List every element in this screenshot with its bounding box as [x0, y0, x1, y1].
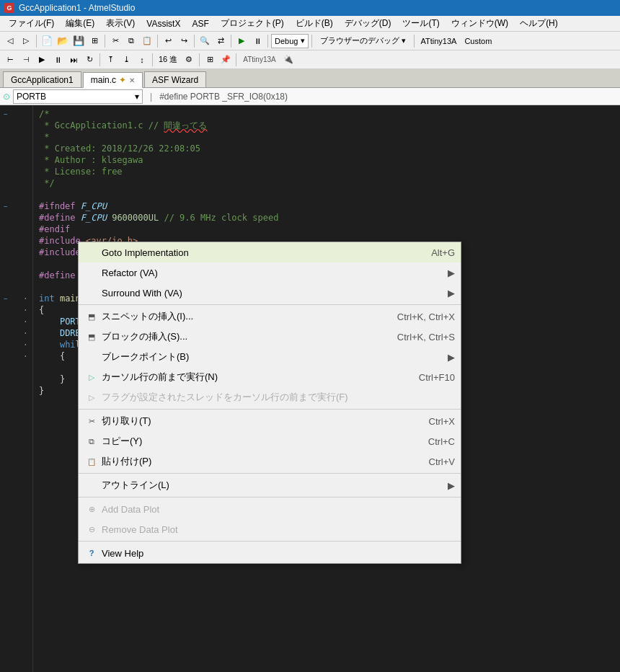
cm-surround-with[interactable]: Surround With (VA) ▶ — [79, 283, 461, 303]
cm-view-help[interactable]: ? View Help — [79, 543, 461, 563]
tab-main-c[interactable]: main.c ✦ ✕ — [83, 72, 143, 88]
tb2-btn3[interactable]: ▶ — [35, 53, 49, 67]
cm-view-help-icon: ? — [84, 549, 99, 557]
cm-sep2 — [79, 409, 461, 410]
fold-marker-2[interactable]: − — [0, 200, 12, 212]
replace-button[interactable]: ⇄ — [213, 34, 228, 48]
code-line-7: */ — [39, 177, 614, 189]
cm-run-flagged-label: フラグが設定されたスレッドをカーソル行の前まで実行(F) — [102, 391, 455, 404]
new-file-button[interactable]: 📄 — [40, 34, 54, 48]
tb2-btn7[interactable]: ⤒ — [103, 53, 118, 67]
run-button[interactable]: ▶ — [234, 34, 249, 48]
tab-asf-wizard-label: ASF Wizard — [152, 75, 198, 85]
tb2-btn6[interactable]: ↻ — [82, 53, 97, 67]
nav-bar: ⊙ PORTB ▾ | #define PORTB _SFR_IO8(0x18) — [0, 88, 620, 105]
tb2-btn5[interactable]: ⏭ — [66, 53, 81, 67]
nav-icon: ⊙ — [3, 92, 10, 102]
tb2-btn9[interactable]: ↕ — [135, 53, 149, 67]
cm-run-flagged[interactable]: ▷ フラグが設定されたスレッドをカーソル行の前まで実行(F) — [79, 387, 461, 407]
tb2-chip-btn[interactable]: ATtiny13A — [239, 53, 279, 67]
menu-asf[interactable]: ASF — [186, 17, 214, 30]
menu-project[interactable]: プロジェクト(P) — [215, 16, 290, 31]
menu-tools[interactable]: ツール(T) — [397, 16, 445, 31]
cm-run-to-cursor[interactable]: ▷ カーソル行の前まで実行(N) Ctrl+F10 — [79, 367, 461, 387]
menu-edit[interactable]: 編集(E) — [60, 16, 100, 31]
cm-outline[interactable]: アウトライン(L) ▶ — [79, 475, 461, 495]
toolbar-sep3 — [157, 35, 158, 48]
undo-button[interactable]: ↩ — [161, 34, 175, 48]
cm-remove-data-plot[interactable]: ⊖ Remove Data Plot — [79, 519, 461, 539]
menu-bar: ファイル(F) 編集(E) 表示(V) VAssistX ASF プロジェクト(… — [0, 16, 620, 32]
menu-vassistx[interactable]: VAssistX — [141, 17, 186, 30]
cm-insert-snippet[interactable]: ⬒ スニペットの挿入(I)... Ctrl+K, Ctrl+X — [79, 306, 461, 327]
cm-cut[interactable]: ✂ 切り取り(T) Ctrl+X — [79, 411, 461, 431]
cm-add-data-plot[interactable]: ⊕ Add Data Plot — [79, 499, 461, 519]
forward-button[interactable]: ▷ — [19, 34, 33, 48]
tb2-hex-btn[interactable]: ⚙ — [182, 53, 196, 67]
cm-paste-shortcut: Ctrl+V — [429, 456, 455, 467]
tb2-btn1[interactable]: ⊢ — [3, 53, 17, 67]
tab-close-button[interactable]: ✕ — [129, 76, 135, 84]
cm-refactor[interactable]: Refactor (VA) ▶ — [79, 262, 461, 283]
cm-paste[interactable]: 📋 貼り付け(P) Ctrl+V — [79, 451, 461, 472]
menu-help[interactable]: ヘルプ(H) — [514, 16, 564, 31]
toolbar-sep4 — [194, 35, 195, 48]
tab-main-c-label: main.c — [91, 75, 116, 85]
menu-window[interactable]: ウィンドウ(W) — [446, 16, 514, 31]
cm-run-flagged-icon: ▷ — [84, 393, 99, 402]
toolbar-row2: ⊢ ⊣ ▶ ⏸ ⏭ ↻ ⤒ ⤓ ↕ 16 進 ⚙ ⊞ 📌 ATtiny13A 🔌 — [0, 50, 620, 69]
nav-separator: | — [146, 92, 156, 102]
line-numbers: · · · · · · · · · · · · · · · · · · · · … — [12, 105, 33, 672]
copy-button[interactable]: ⧉ — [124, 34, 138, 48]
cm-copy[interactable]: ⧉ コピー(Y) Ctrl+C — [79, 431, 461, 451]
symbol-dropdown[interactable]: PORTB ▾ — [13, 89, 143, 104]
cm-insert-block[interactable]: ⬒ ブロックの挿入(S)... Ctrl+K, Ctrl+S — [79, 327, 461, 347]
tab-gccapplication1[interactable]: GccApplication1 — [3, 71, 81, 87]
cm-run-to-cursor-label: カーソル行の前まで実行(N) — [102, 371, 404, 384]
cm-cut-label: 切り取り(T) — [102, 415, 415, 428]
cm-remove-data-plot-icon: ⊖ — [84, 525, 99, 534]
redo-button[interactable]: ↪ — [177, 34, 191, 48]
cm-breakpoint-arrow: ▶ — [448, 352, 455, 363]
menu-view[interactable]: 表示(V) — [100, 16, 141, 31]
browser-debug-label[interactable]: ブラウザーのデバッグ ▾ — [315, 34, 411, 48]
menu-build[interactable]: ビルド(B) — [290, 16, 339, 31]
tab-modified-indicator: ✦ — [119, 75, 126, 85]
save-button[interactable]: 💾 — [71, 34, 86, 48]
tb2-connect-btn[interactable]: 🔌 — [281, 53, 296, 67]
search-button[interactable]: 🔍 — [198, 34, 212, 48]
paste-button[interactable]: 📋 — [140, 34, 154, 48]
debug-config-arrow: ▾ — [301, 36, 305, 45]
cm-breakpoint[interactable]: ブレークポイント(B) ▶ — [79, 347, 461, 367]
save-all-button[interactable]: ⊞ — [87, 34, 102, 48]
cm-view-help-label: View Help — [102, 548, 455, 559]
menu-debug[interactable]: デバッグ(D) — [339, 16, 397, 31]
tb2-btn4[interactable]: ⏸ — [50, 53, 65, 67]
tb2-btn2[interactable]: ⊣ — [19, 53, 33, 67]
open-button[interactable]: 📂 — [56, 34, 70, 48]
cm-insert-snippet-shortcut: Ctrl+K, Ctrl+X — [397, 311, 455, 322]
cm-sep3 — [79, 473, 461, 474]
tb2-pin-btn[interactable]: 📌 — [218, 53, 233, 67]
pause-button[interactable]: ⏸ — [250, 34, 265, 48]
cm-cut-shortcut: Ctrl+X — [429, 416, 455, 427]
fold-marker-1[interactable]: − — [0, 108, 12, 120]
tb2-view-btn[interactable]: ⊞ — [203, 53, 217, 67]
cm-goto-impl[interactable]: Goto Implementation Alt+G — [79, 242, 461, 262]
menu-file[interactable]: ファイル(F) — [3, 16, 60, 31]
cm-surround-with-arrow: ▶ — [448, 288, 455, 299]
cm-breakpoint-label: ブレークポイント(B) — [102, 350, 448, 363]
debug-config-dropdown[interactable]: Debug ▾ — [271, 34, 309, 48]
toolbar-sep5 — [231, 35, 231, 48]
cut-button[interactable]: ✂ — [108, 34, 123, 48]
hex-label: 16 進 — [156, 54, 180, 65]
fold-marker-3[interactable]: − — [0, 293, 12, 304]
cm-outline-label: アウトライン(L) — [102, 479, 448, 492]
tab-asf-wizard[interactable]: ASF Wizard — [144, 71, 206, 87]
tb2-btn8[interactable]: ⤓ — [119, 53, 133, 67]
back-button[interactable]: ◁ — [3, 34, 17, 48]
custom-button[interactable]: Custom — [461, 34, 495, 48]
title-bar: G GccApplication1 - AtmelStudio — [0, 0, 620, 16]
code-line-9: #ifndef F_CPU — [39, 200, 614, 212]
cm-sep4 — [79, 497, 461, 498]
